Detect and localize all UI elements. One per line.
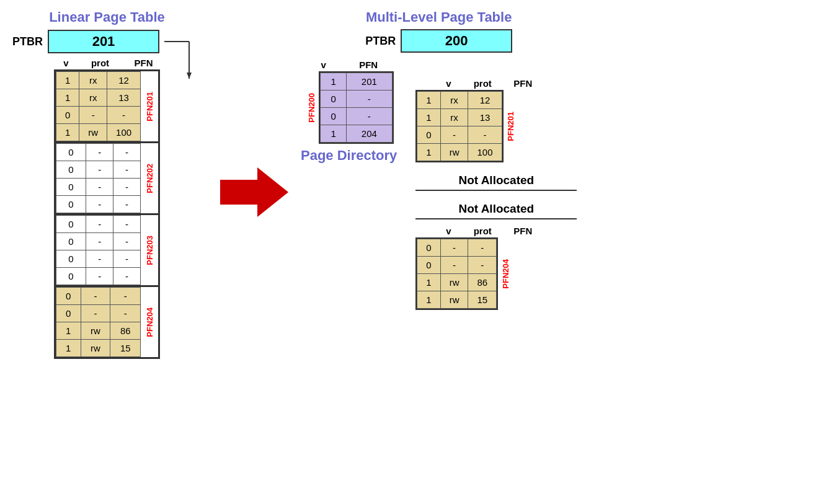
table-cell: - bbox=[86, 268, 113, 285]
dir-col-pfn: PFN bbox=[340, 60, 396, 70]
table-cell: 15 bbox=[110, 340, 141, 357]
table-cell: 0 bbox=[56, 196, 86, 213]
dir-cell-v: 0 bbox=[321, 91, 346, 108]
table-cell: 0 bbox=[417, 257, 440, 274]
group-section: 0--0--0--0--PFN202 bbox=[56, 141, 158, 213]
p201-col-prot: prot bbox=[464, 78, 501, 89]
table-cell: 0 bbox=[56, 144, 86, 161]
table-cell: rw bbox=[81, 340, 110, 357]
multilevel-section: Multi-Level Page Table PTBR 200 v PFN PF… bbox=[301, 9, 577, 310]
page-directory-section: v PFN PFN200 12010-0-1204 Page Directory bbox=[301, 60, 397, 164]
col-header-v-left: v bbox=[51, 58, 82, 68]
table-cell: 0 bbox=[56, 107, 79, 124]
table-cell: - bbox=[107, 107, 141, 124]
right-area: v PFN PFN200 12010-0-1204 Page Directory bbox=[301, 60, 577, 310]
table-cell: - bbox=[440, 239, 468, 257]
table-cell: 13 bbox=[107, 89, 141, 107]
table-cell: - bbox=[113, 161, 141, 179]
p201-col-v: v bbox=[433, 78, 464, 89]
table-cell: 0 bbox=[56, 305, 81, 322]
table-cell: - bbox=[113, 179, 141, 196]
table-cell: 13 bbox=[468, 109, 502, 126]
table-cell: - bbox=[86, 144, 113, 161]
p201-col-pfn: PFN bbox=[501, 78, 544, 89]
col-header-prot-left: prot bbox=[82, 58, 119, 68]
table-cell: - bbox=[86, 196, 113, 213]
p204-col-v: v bbox=[433, 226, 464, 236]
not-allocated-1-label: Not Allocated bbox=[415, 169, 577, 191]
table-cell: - bbox=[86, 216, 113, 233]
table-cell: 1 bbox=[417, 274, 440, 291]
svg-marker-2 bbox=[187, 73, 192, 79]
table-cell: rw bbox=[79, 124, 107, 141]
table-cell: 0 bbox=[56, 250, 86, 268]
dir-cell-v: 0 bbox=[321, 108, 346, 125]
table-cell: 1 bbox=[417, 144, 440, 161]
col-header-pfn-left: PFN bbox=[119, 58, 169, 68]
right-tables-section: v prot PFN 1rx121rx130--1rw100 PFN201 No… bbox=[415, 78, 577, 310]
group-label: PFN204 bbox=[144, 307, 156, 337]
table-cell: - bbox=[81, 305, 110, 322]
table-cell: rx bbox=[440, 92, 468, 109]
table-cell: rx bbox=[79, 72, 107, 89]
table-cell: - bbox=[86, 250, 113, 268]
group-label: PFN201 bbox=[144, 92, 156, 122]
table-cell: 1 bbox=[417, 109, 440, 126]
linear-ptbr-label: PTBR bbox=[12, 35, 43, 48]
linear-ptbr-value: 201 bbox=[48, 30, 159, 53]
table-cell: - bbox=[113, 144, 141, 161]
table-cell: 86 bbox=[110, 322, 141, 340]
table-cell: rx bbox=[440, 109, 468, 126]
table-cell: 15 bbox=[468, 291, 497, 309]
table-cell: 12 bbox=[107, 72, 141, 89]
table-cell: 1 bbox=[417, 92, 440, 109]
pfn201-table: 1rx121rx130--1rw100 bbox=[415, 90, 503, 162]
linear-ptbr-row: PTBR 201 bbox=[12, 29, 202, 54]
table-cell: 1 bbox=[56, 72, 79, 89]
table-cell: - bbox=[440, 126, 468, 144]
main-container: Linear Page Table PTBR 201 v prot PFN 1r… bbox=[0, 0, 839, 365]
table-cell: - bbox=[440, 257, 468, 274]
dir-cell-pfn: - bbox=[346, 108, 392, 125]
table-cell: 1 bbox=[56, 322, 81, 340]
group-label: PFN202 bbox=[144, 164, 156, 193]
table-cell: 100 bbox=[468, 144, 502, 161]
table-cell: 1 bbox=[417, 291, 440, 309]
not-allocated-1-block: Not Allocated bbox=[415, 169, 577, 191]
linear-title: Linear Page Table bbox=[49, 9, 165, 25]
group-label: PFN203 bbox=[144, 236, 156, 265]
multilevel-ptbr-row: PTBR 200 bbox=[365, 29, 512, 53]
table-cell: - bbox=[113, 268, 141, 285]
table-cell: - bbox=[110, 288, 141, 305]
pfn204-table: 0--0--1rw861rw15 bbox=[415, 237, 498, 310]
table-cell: - bbox=[113, 233, 141, 250]
table-cell: - bbox=[86, 179, 113, 196]
table-cell: 1 bbox=[56, 89, 79, 107]
table-cell: 100 bbox=[107, 124, 141, 141]
table-cell: rw bbox=[440, 291, 468, 309]
table-cell: 1 bbox=[56, 124, 79, 141]
table-cell: - bbox=[468, 257, 497, 274]
table-cell: rw bbox=[81, 322, 110, 340]
dir-col-v: v bbox=[306, 60, 340, 70]
table-cell: 0 bbox=[56, 233, 86, 250]
not-allocated-2-block: Not Allocated bbox=[415, 197, 577, 219]
p204-col-prot: prot bbox=[464, 226, 501, 236]
table-cell: 0 bbox=[56, 216, 86, 233]
table-cell: 0 bbox=[56, 179, 86, 196]
table-cell: - bbox=[468, 239, 497, 257]
pfn204-block: v prot PFN 0--0--1rw861rw15 PFN204 bbox=[415, 226, 577, 310]
table-cell: - bbox=[79, 107, 107, 124]
table-cell: - bbox=[86, 233, 113, 250]
group-section: 0--0--1rw861rw15PFN204 bbox=[56, 285, 158, 357]
dir-cell-v: 1 bbox=[321, 125, 346, 143]
dir-cell-pfn: 204 bbox=[346, 125, 392, 143]
dir-pfn200-label: PFN200 bbox=[307, 93, 316, 123]
dir-cell-v: 1 bbox=[321, 73, 346, 91]
pfn201-block: v prot PFN 1rx121rx130--1rw100 PFN201 bbox=[415, 78, 577, 162]
table-cell: 0 bbox=[56, 288, 81, 305]
pfn204-table-with-label: 0--0--1rw861rw15 PFN204 bbox=[415, 237, 577, 310]
dir-table-with-label: PFN200 12010-0-1204 bbox=[304, 71, 393, 144]
table-cell: - bbox=[113, 216, 141, 233]
table-cell: - bbox=[468, 126, 502, 144]
